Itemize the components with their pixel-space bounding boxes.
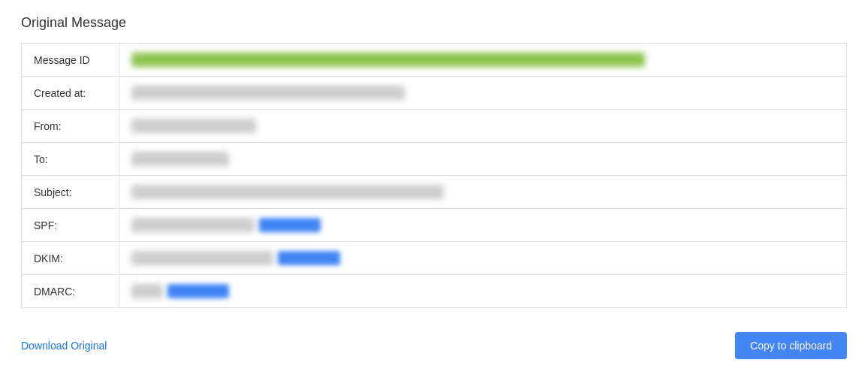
table-row: DKIM:PASS with domain domain.comLearn mo… (22, 242, 847, 275)
table-row: SPF:PASS with IP 123.45.67.89Learn more (22, 209, 847, 242)
row-label: Message ID (22, 44, 119, 77)
row-label: DMARC: (22, 275, 119, 308)
row-value: xxxxxxxxxxxxxxxxxxxxxxxxxxxxxxxxxxxxxxxx… (119, 44, 847, 77)
row-label: SPF: (22, 209, 119, 242)
row-value: recipient@gmail.com (119, 143, 847, 176)
copy-to-clipboard-button[interactable]: Copy to clipboard (735, 332, 847, 359)
row-label: Created at: (22, 77, 119, 110)
row-value: PASSLearn more (119, 275, 847, 308)
message-table: Message IDxxxxxxxxxxxxxxxxxxxxxxxxxxxxxx… (21, 43, 847, 308)
row-value: sender email@domain.com (119, 110, 847, 143)
row-label: DKIM: (22, 242, 119, 275)
table-row: DMARC:PASSLearn more (22, 275, 847, 308)
main-container: Original Message Message IDxxxxxxxxxxxxx… (21, 15, 847, 365)
table-row: Created at:Thu, Sep 1, 2024 at 1:00 PM (… (22, 77, 847, 110)
table-row: To:recipient@gmail.com (22, 143, 847, 176)
row-value: Subject line with details about the mess… (119, 176, 847, 209)
row-value: PASS with domain domain.comLearn more (119, 242, 847, 275)
row-label: From: (22, 110, 119, 143)
learn-more-link[interactable]: Learn more (278, 251, 339, 265)
table-row: Message IDxxxxxxxxxxxxxxxxxxxxxxxxxxxxxx… (22, 44, 847, 77)
learn-more-link[interactable]: Learn more (167, 284, 229, 298)
row-value: Thu, Sep 1, 2024 at 1:00 PM (blurred dat… (119, 77, 847, 110)
download-original-link[interactable]: Download Original (21, 340, 107, 352)
page-title: Original Message (21, 15, 847, 31)
row-label: To: (22, 143, 119, 176)
footer-actions: Download Original Copy to clipboard (21, 326, 847, 365)
table-row: Subject:Subject line with details about … (22, 176, 847, 209)
row-label: Subject: (22, 176, 119, 209)
learn-more-link[interactable]: Learn more (259, 218, 321, 232)
table-row: From:sender email@domain.com (22, 110, 847, 143)
row-value: PASS with IP 123.45.67.89Learn more (119, 209, 847, 242)
